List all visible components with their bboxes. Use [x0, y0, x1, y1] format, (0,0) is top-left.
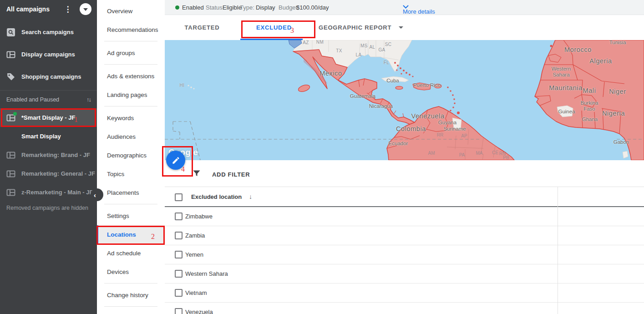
locations-tabs: TARGETED EXCLUDED GEOGRAPHIC REPORT [165, 15, 644, 40]
subnav-item-ads-extensions[interactable]: Ads & extensions [97, 67, 165, 86]
caret-down-icon [399, 26, 403, 29]
type-label: Type: [240, 4, 254, 11]
excluded-location-value: Western Sahara [185, 270, 228, 277]
add-filter-button[interactable]: ADD FILTER [212, 171, 250, 178]
subnav-item-placements[interactable]: Placements [97, 183, 165, 202]
tab-geographic-report-label: GEOGRAPHIC REPORT [319, 24, 391, 31]
campaign-sidebar: All campaigns ⋮ Search campaignsDisplay … [0, 0, 97, 314]
type-value: Display [256, 4, 275, 11]
subnav-item-demographics[interactable]: Demographics [97, 146, 165, 165]
row-checkbox[interactable] [175, 232, 183, 239]
tab-targeted[interactable]: TARGETED [174, 15, 230, 40]
display-campaigns-icon [6, 50, 15, 59]
excluded-location-column-header[interactable]: Excluded location [191, 193, 242, 200]
kebab-menu-icon[interactable]: ⋮ [63, 5, 72, 14]
table-row-venezuela[interactable]: Venezuela [165, 303, 644, 314]
campaign-item-label: *Smart Display - JF [21, 114, 76, 121]
row-checkbox[interactable] [175, 308, 183, 314]
sidebar-item-search-campaigns[interactable]: Search campaigns [0, 21, 97, 43]
campaign-item-label: Smart Display [21, 133, 61, 140]
row-checkbox[interactable] [175, 270, 183, 278]
enabled-label: Enabled [182, 4, 204, 11]
campaign-item-smart-display[interactable]: Smart Display [0, 127, 97, 146]
world-map-graphic [165, 40, 644, 160]
status-value: Eligible [223, 4, 242, 11]
display-campaign-icon [6, 169, 15, 178]
status-label: Status: [206, 4, 224, 11]
subnav-item-topics[interactable]: Topics [97, 165, 165, 183]
edit-locations-button[interactable] [166, 151, 185, 170]
sidebar-item-label: Shopping campaigns [21, 73, 81, 80]
subnav-divider [97, 104, 165, 109]
campaign-list: *Smart Display - JFSmart DisplayRemarket… [0, 108, 97, 202]
subnav-item-recommendations[interactable]: Recommendations [97, 20, 165, 39]
sidebar-item-display-campaigns[interactable]: Display campaigns [0, 43, 97, 66]
table-header-row: Excluded location ↓ [165, 187, 644, 207]
subnav-item-change-history[interactable]: Change history [97, 286, 165, 304]
campaign-item-label: Remarketing: Brand - JF [21, 152, 90, 158]
subnav-item-locations[interactable]: Locations [97, 225, 165, 244]
column-divider [558, 187, 558, 314]
sidebar-item-shopping-campaigns[interactable]: Shopping campaigns [0, 66, 97, 88]
table-row-western-sahara[interactable]: Western Sahara [165, 264, 644, 284]
excluded-location-value: Vietnam [185, 289, 207, 296]
subnav-item-ad-schedule[interactable]: Ad schedule [97, 244, 165, 263]
all-campaigns-title[interactable]: All campaigns [6, 5, 63, 13]
enabled-dot-icon [13, 112, 17, 116]
shopping-campaigns-icon [6, 72, 15, 81]
filter-bar: ADD FILTER [165, 160, 644, 187]
collapse-section-button[interactable] [80, 3, 91, 15]
sort-arrows-icon[interactable]: ↑↓ [86, 96, 91, 103]
campaign-item-z-remarketing-main-jf[interactable]: z-Remarketing - Main - JF [0, 183, 97, 202]
excluded-location-value: Zambia [185, 232, 205, 239]
subnav-item-ad-groups[interactable]: Ad groups [97, 44, 165, 62]
excluded-location-value: Yemen [185, 251, 203, 258]
enabled-status-dot [175, 5, 179, 10]
more-details-label: More details [403, 8, 435, 15]
row-checkbox[interactable] [175, 251, 183, 258]
subnav-divider [97, 304, 165, 309]
subnav-item-overview[interactable]: Overview [97, 2, 165, 20]
subnav-item-devices[interactable]: Devices [97, 263, 165, 281]
main-content: Enabled Status: Eligible Type: Display B… [165, 0, 644, 314]
campaign-item-remarketing-general-jf[interactable]: Remarketing: General - JF [0, 164, 97, 183]
table-row-vietnam[interactable]: Vietnam [165, 284, 644, 303]
excluded-location-value: Venezuela [185, 309, 213, 314]
table-row-zimbabwe[interactable]: Zimbabwe [165, 207, 644, 226]
more-details-link[interactable]: More details [403, 4, 409, 9]
table-row-yemen[interactable]: Yemen [165, 245, 644, 264]
excluded-location-value: Zimbabwe [185, 213, 213, 220]
subnav-item-landing-pages[interactable]: Landing pages [97, 86, 165, 104]
exclusion-map[interactable]: AZNMTXLAMSALGASCFLHIMexicoCubaGuatemalaN… [165, 40, 644, 160]
display-campaign-icon [6, 113, 15, 122]
table-row-zambia[interactable]: Zambia [165, 226, 644, 245]
sidebar-item-label: Display campaigns [21, 51, 75, 58]
filter-funnel-icon[interactable] [193, 170, 200, 177]
subnav-divider [97, 39, 165, 44]
campaign-item-label: Remarketing: General - JF [21, 170, 95, 177]
removed-campaigns-note: Removed campaigns are hidden [0, 205, 97, 211]
subnav-divider [97, 62, 165, 67]
subnav-item-audiences[interactable]: Audiences [97, 127, 165, 146]
row-checkbox[interactable] [175, 213, 183, 220]
row-checkbox[interactable] [175, 289, 183, 297]
subnav-item-settings[interactable]: Settings [97, 207, 165, 225]
campaign-status-bar: Enabled Status: Eligible Type: Display B… [165, 0, 644, 15]
google-ads-app: All campaigns ⋮ Search campaignsDisplay … [0, 0, 644, 314]
select-all-checkbox[interactable] [175, 193, 183, 201]
tab-excluded[interactable]: EXCLUDED [240, 15, 308, 40]
subnav-item-keywords[interactable]: Keywords [97, 109, 165, 127]
sidebar-item-label: Search campaigns [21, 29, 74, 35]
tab-geographic-report[interactable]: GEOGRAPHIC REPORT [319, 15, 403, 40]
sort-descending-icon[interactable]: ↓ [249, 193, 252, 200]
display-campaign-icon [6, 151, 15, 160]
campaign-filter-row: Enabled and Paused ↑↓ [0, 90, 97, 108]
display-campaign-icon [6, 188, 15, 197]
subnav-divider [97, 281, 165, 286]
campaign-sidebar-header: All campaigns ⋮ [0, 0, 97, 18]
campaign-item-smart-display-jf[interactable]: *Smart Display - JF [0, 108, 97, 127]
campaign-item-remarketing-brand-jf[interactable]: Remarketing: Brand - JF [0, 146, 97, 164]
campaign-subnav: OverviewRecommendationsAd groupsAds & ex… [97, 0, 165, 314]
campaign-filter-label: Enabled and Paused [6, 96, 86, 103]
collapse-sidebar-button[interactable]: ‹ [91, 188, 103, 201]
